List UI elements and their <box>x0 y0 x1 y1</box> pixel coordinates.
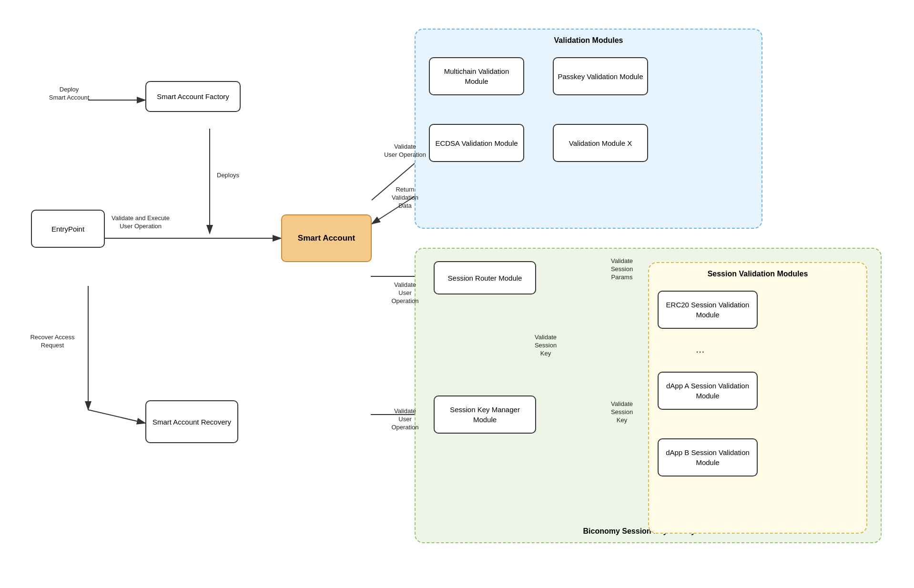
diagram-container: Validation Modules Biconomy Session Keys… <box>0 0 914 588</box>
label-validate-session-params: Validate Session Params <box>591 257 653 282</box>
label-validate-user-op-keymgr: Validate User Operation <box>376 407 434 432</box>
dapp-a-session-box: dApp A Session Validation Module <box>658 372 758 410</box>
smart-account-factory-box: Smart Account Factory <box>145 81 241 112</box>
label-recover-access-request: Recover Access Request <box>14 334 91 350</box>
multichain-validation-box: Multichain Validation Module <box>429 57 524 95</box>
smart-account-box: Smart Account <box>281 214 372 262</box>
ecdsa-validation-box: ECDSA Validation Module <box>429 124 524 162</box>
label-validate-session-key-bottom: Validate Session Key <box>591 400 653 425</box>
label-return-validation-data: Return Validation Data <box>376 186 434 210</box>
label-deploy-smart-account: Deploy Smart Account <box>31 86 107 102</box>
session-key-manager-module-box: Session Key Manager Module <box>434 395 536 434</box>
erc20-session-box: ERC20 Session Validation Module <box>658 291 758 329</box>
validation-modules-title: Validation Modules <box>416 36 762 45</box>
label-validate-session-key-top: Validate Session Key <box>519 334 572 358</box>
ellipsis-label: ... <box>696 343 704 355</box>
smart-account-recovery-box: Smart Account Recovery <box>145 400 238 443</box>
label-validate-user-op-top: Validate User Operation <box>376 143 434 159</box>
svg-line-12 <box>88 410 145 423</box>
session-validation-title: Session Validation Modules <box>649 270 866 278</box>
dapp-b-session-box: dApp B Session Validation Module <box>658 438 758 476</box>
label-deploys: Deploys <box>217 172 239 180</box>
passkey-validation-box: Passkey Validation Module <box>553 57 648 95</box>
validation-module-x-box: Validation Module X <box>553 124 648 162</box>
session-router-module-box: Session Router Module <box>434 261 536 294</box>
label-validate-execute: Validate and Execute User Operation <box>93 214 188 231</box>
label-validate-user-op-session: Validate User Operation <box>376 281 434 305</box>
